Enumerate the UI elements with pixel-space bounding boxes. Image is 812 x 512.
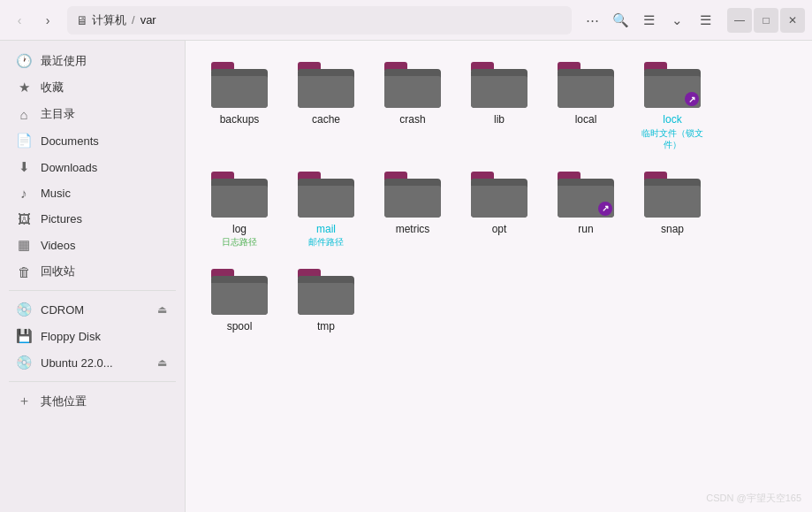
folder-icon-tmp xyxy=(298,269,354,315)
file-name-crash: crash xyxy=(399,113,425,127)
close-button[interactable]: ✕ xyxy=(780,8,805,33)
file-item-spool[interactable]: spool xyxy=(200,262,279,341)
file-name-run: run xyxy=(578,223,593,237)
file-item-metrics[interactable]: metrics xyxy=(373,164,452,256)
file-name-snap: snap xyxy=(661,223,684,237)
maximize-button[interactable]: □ xyxy=(754,8,778,33)
computer-label: 计算机 xyxy=(92,12,126,28)
symlink-badge-run: ↗ xyxy=(598,202,612,216)
back-button[interactable]: ‹ xyxy=(7,8,32,33)
address-bar[interactable]: 🖥 计算机 / var xyxy=(67,6,572,34)
more-options-button[interactable]: ⋯ xyxy=(579,7,605,34)
sidebar-label-recent: 最近使用 xyxy=(41,53,169,69)
computer-icon: 🖥 xyxy=(76,13,88,27)
sidebar-item-other[interactable]: ＋ 其他位置 xyxy=(4,387,181,415)
bookmarks-icon: ★ xyxy=(16,80,32,96)
view-toggle-button[interactable]: ⌄ xyxy=(664,7,690,34)
ubuntu-eject-button[interactable]: ⏏ xyxy=(156,355,169,371)
sidebar-item-recent[interactable]: 🕐 最近使用 xyxy=(4,48,181,74)
videos-icon: ▦ xyxy=(16,237,32,253)
file-altname-lock: 临时文件（锁文件） xyxy=(636,127,709,150)
sidebar-item-home[interactable]: ⌂ 主目录 xyxy=(4,101,181,127)
folder-icon-lock: ↗ xyxy=(644,62,701,108)
file-name-tmp: tmp xyxy=(317,320,335,334)
sidebar-divider-2 xyxy=(9,381,176,382)
file-name-log: log xyxy=(232,223,247,237)
file-name-mail: mail xyxy=(316,223,336,237)
main-area: 🕐 最近使用 ★ 收藏 ⌂ 主目录 📄 Documents ⬇ Download… xyxy=(0,41,812,512)
current-path: var xyxy=(140,13,156,27)
file-name-opt: opt xyxy=(492,223,507,237)
sidebar-item-downloads[interactable]: ⬇ Downloads xyxy=(4,154,181,180)
file-name-backups: backups xyxy=(220,113,260,127)
sidebar-label-pictures: Pictures xyxy=(41,212,169,225)
file-item-local[interactable]: local xyxy=(546,55,626,157)
file-item-tmp[interactable]: tmp xyxy=(286,262,366,341)
file-area: backups cache crash xyxy=(186,41,812,512)
file-name-lib: lib xyxy=(494,113,505,127)
file-name-spool: spool xyxy=(227,320,253,334)
file-item-cache[interactable]: cache xyxy=(286,55,366,157)
sidebar-label-bookmarks: 收藏 xyxy=(41,80,169,96)
file-name-lock: lock xyxy=(663,113,681,127)
sidebar-label-videos: Videos xyxy=(41,239,169,252)
symlink-badge-lock: ↗ xyxy=(685,92,699,106)
folder-icon-spool xyxy=(211,269,268,315)
floppy-icon: 💾 xyxy=(16,328,32,344)
path-separator: / xyxy=(132,13,135,27)
folder-icon-backups xyxy=(211,62,268,108)
folder-icon-run: ↗ xyxy=(558,172,614,218)
file-item-backups[interactable]: backups xyxy=(200,55,279,157)
sidebar-label-trash: 回收站 xyxy=(41,264,169,279)
file-altname-mail: 邮件路径 xyxy=(308,236,344,248)
folder-icon-snap xyxy=(644,172,701,218)
forward-button[interactable]: › xyxy=(35,8,60,33)
file-name-local: local xyxy=(575,113,597,127)
sidebar-item-music[interactable]: ♪ Music xyxy=(4,180,181,206)
sidebar-label-documents: Documents xyxy=(41,134,169,148)
sidebar-item-ubuntu[interactable]: 💿 Ubuntu 22.0... ⏏ xyxy=(4,349,181,376)
file-item-opt[interactable]: opt xyxy=(459,164,539,256)
folder-icon-local xyxy=(558,62,614,108)
folder-icon-opt xyxy=(471,172,527,218)
folder-icon-metrics xyxy=(384,172,441,218)
sidebar-label-other: 其他位置 xyxy=(41,394,169,409)
sidebar-item-documents[interactable]: 📄 Documents xyxy=(4,127,181,154)
cdrom-eject-button[interactable]: ⏏ xyxy=(156,302,169,317)
ubuntu-icon: 💿 xyxy=(16,355,32,371)
toolbar-right: ⋯ 🔍 ☰ ⌄ ☰ xyxy=(579,7,718,34)
sidebar-item-cdrom[interactable]: 💿 CDROM ⏏ xyxy=(4,296,181,323)
folder-icon-lib xyxy=(471,62,527,108)
sidebar-item-videos[interactable]: ▦ Videos xyxy=(4,232,181,258)
downloads-icon: ⬇ xyxy=(16,159,32,175)
file-item-log[interactable]: log 日志路径 xyxy=(200,164,279,256)
titlebar: ‹ › 🖥 计算机 / var ⋯ 🔍 ☰ ⌄ ☰ — □ ✕ xyxy=(0,0,812,41)
file-item-lib[interactable]: lib xyxy=(459,55,539,157)
cdrom-icon: 💿 xyxy=(16,302,32,317)
sidebar-item-bookmarks[interactable]: ★ 收藏 xyxy=(4,74,181,101)
file-item-crash[interactable]: crash xyxy=(373,55,452,157)
window-controls: — □ ✕ xyxy=(727,8,805,33)
sidebar-label-downloads: Downloads xyxy=(41,161,169,174)
sidebar-label-floppy: Floppy Disk xyxy=(41,330,169,343)
minimize-button[interactable]: — xyxy=(727,8,752,33)
recent-icon: 🕐 xyxy=(16,53,32,69)
folder-icon-cache xyxy=(298,62,354,108)
file-item-lock[interactable]: ↗ lock 临时文件（锁文件） xyxy=(633,55,712,157)
sidebar-item-trash[interactable]: 🗑 回收站 xyxy=(4,258,181,285)
view-list-button[interactable]: ☰ xyxy=(635,7,662,34)
file-altname-log: 日志路径 xyxy=(222,236,257,248)
trash-icon: 🗑 xyxy=(16,264,32,279)
sidebar: 🕐 最近使用 ★ 收藏 ⌂ 主目录 📄 Documents ⬇ Download… xyxy=(0,41,186,512)
view-options-button[interactable]: ☰ xyxy=(692,7,718,34)
search-button[interactable]: 🔍 xyxy=(607,7,634,34)
pictures-icon: 🖼 xyxy=(16,211,32,226)
file-name-metrics: metrics xyxy=(396,223,430,237)
sidebar-item-pictures[interactable]: 🖼 Pictures xyxy=(4,206,181,232)
folder-icon-crash xyxy=(384,62,441,108)
file-item-mail[interactable]: mail 邮件路径 xyxy=(286,164,366,256)
file-item-run[interactable]: ↗ run xyxy=(546,164,626,256)
sidebar-item-floppy[interactable]: 💾 Floppy Disk xyxy=(4,323,181,349)
file-item-snap[interactable]: snap xyxy=(633,164,712,256)
file-grid: backups cache crash xyxy=(200,55,798,341)
